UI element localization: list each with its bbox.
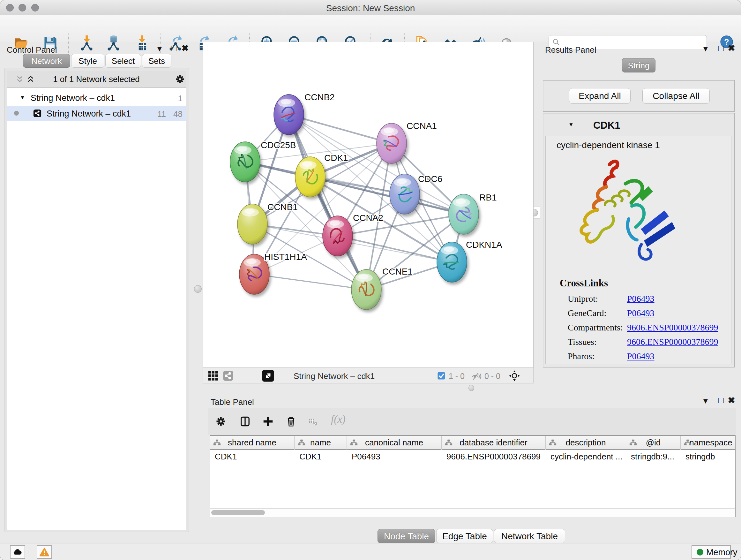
table-cell: stringdb:9...: [626, 449, 681, 463]
grid-view-icon[interactable]: [207, 370, 219, 381]
network-view-toolbar: String Network – cdk1 1 - 0 0 - 0: [203, 368, 534, 383]
table-panel-float-icon[interactable]: □: [716, 395, 726, 406]
tree-expand-icon[interactable]: ▼: [20, 95, 25, 101]
network-node-CCNE1[interactable]: CCNE1: [351, 266, 413, 310]
network-node-CCNA2[interactable]: CCNA2: [323, 213, 383, 256]
table-panel-collapse-icon[interactable]: ▼: [700, 396, 711, 406]
network-tree-row-selected[interactable]: String Network – cdk1 11 48: [7, 106, 186, 121]
column-header-canonical-name[interactable]: canonical name: [347, 436, 442, 449]
memory-button[interactable]: Memory: [691, 545, 731, 559]
warning-button[interactable]: [37, 545, 52, 559]
expand-all-button[interactable]: Expand All: [569, 88, 630, 104]
import-network-file-icon[interactable]: [78, 35, 95, 51]
warning-icon: [37, 554, 51, 559]
column-header-database-identifier[interactable]: database identifier: [442, 436, 546, 449]
network-node-CCNB1[interactable]: CCNB1: [238, 202, 298, 244]
table-panel-close-icon[interactable]: ✖: [726, 395, 737, 406]
network-tree-root-row[interactable]: ▼ String Network – cdk1 1: [7, 90, 186, 106]
hidden-count: 0 - 0: [484, 372, 500, 381]
node-label: RB1: [479, 192, 496, 202]
column-label: shared name: [210, 436, 294, 449]
function-builder-icon: f(x): [331, 414, 346, 425]
network-canvas[interactable]: CCNB2CCNA1CDC25BCDK1CDC6RB1CCNB1CCNA2CDK…: [203, 42, 534, 368]
network-edge: [338, 236, 452, 262]
tab-select[interactable]: Select: [105, 54, 141, 68]
selected-count: 1 - 0: [449, 372, 465, 381]
network-node-CDK1[interactable]: CDK1: [295, 153, 348, 197]
tab-network-table[interactable]: Network Table: [494, 529, 565, 543]
column-header-description[interactable]: description: [546, 436, 626, 449]
network-tree: ▼ String Network – cdk1 1 String Network…: [7, 87, 186, 530]
scrollbar-thumb[interactable]: [211, 510, 265, 515]
crosslink-row: Uniprot:P06493: [568, 292, 727, 306]
table-cell: CDK1: [294, 449, 347, 463]
section-collapse-icon[interactable]: ▼: [568, 122, 574, 128]
attribute-icon: [684, 439, 691, 447]
edge-count: 48: [166, 109, 183, 119]
network-node-RB1[interactable]: RB1: [449, 192, 496, 234]
selected-checkbox-icon[interactable]: [437, 372, 446, 380]
crosslink-link[interactable]: P06493: [627, 308, 655, 318]
collapse-all-button[interactable]: Collapse All: [643, 88, 710, 104]
insert-column-icon[interactable]: [239, 415, 251, 428]
crosslink-link[interactable]: 9606.ENSP00000378699: [627, 337, 718, 347]
column-header-@id[interactable]: @id: [626, 436, 681, 449]
table-cell: P06493: [347, 449, 442, 463]
control-panel-close-icon[interactable]: ✖: [180, 43, 191, 53]
delete-icon[interactable]: [285, 415, 297, 428]
cloud-button[interactable]: [10, 545, 25, 559]
tab-node-table[interactable]: Node Table: [378, 529, 435, 543]
tab-style[interactable]: Style: [71, 54, 105, 68]
import-table-file-icon[interactable]: [134, 35, 150, 51]
tab-edge-table[interactable]: Edge Table: [436, 529, 493, 543]
column-header-shared-name[interactable]: shared name: [210, 436, 294, 449]
network-node-CDKN1A[interactable]: CDKN1A: [437, 240, 502, 282]
tab-sets[interactable]: Sets: [142, 54, 172, 68]
left-splitter-handle[interactable]: [194, 285, 202, 293]
table-header: shared namenamecanonical namedatabase id…: [210, 436, 735, 449]
horizontal-scrollbar[interactable]: [210, 508, 735, 517]
table-row[interactable]: CDK1CDK1P064939606.ENSP00000378699cyclin…: [210, 449, 735, 463]
column-label: database identifier: [442, 436, 545, 449]
crosshair-icon[interactable]: [509, 370, 520, 381]
crosslink-link[interactable]: 9606.ENSP00000378699: [627, 322, 718, 333]
crosslink-label: Tissues:: [568, 337, 627, 347]
network-share-icon[interactable]: [223, 370, 233, 381]
network-node-HIST1H1A[interactable]: HIST1H1A: [239, 252, 307, 294]
crosslink-link[interactable]: P06493: [627, 294, 655, 304]
node-label: CCNE1: [382, 266, 413, 276]
add-row-icon[interactable]: [262, 415, 274, 428]
control-panel-float-icon[interactable]: □: [169, 43, 180, 53]
table-panel-title: Table Panel: [211, 397, 254, 407]
gene-description: cyclin-dependent kinase 1: [556, 140, 660, 150]
crosslink-row: GeneCard:P06493: [568, 306, 727, 320]
network-selection-status: 1 of 1 Network selected: [7, 74, 186, 84]
network-node-CDC6[interactable]: CDC6: [390, 174, 442, 214]
results-panel-title: Results Panel: [545, 45, 596, 55]
birdseye-view-icon[interactable]: [262, 369, 274, 382]
crosslink-label: Compartments:: [568, 322, 627, 333]
network-node-CCNA1[interactable]: CCNA1: [377, 121, 437, 164]
node-count: 11: [144, 109, 166, 119]
results-panel-float-icon[interactable]: □: [716, 43, 726, 53]
table-cell: 9606.ENSP00000378699: [442, 449, 546, 463]
import-network-database-icon[interactable]: [105, 35, 122, 51]
control-panel-title: Control Panel: [7, 45, 57, 55]
tab-string[interactable]: String: [622, 58, 656, 72]
bottom-splitter-handle[interactable]: [468, 385, 474, 391]
gear-icon[interactable]: [215, 415, 227, 428]
column-header-name[interactable]: name: [294, 436, 347, 449]
results-panel-close-icon[interactable]: ✖: [726, 43, 737, 53]
attribute-icon: [629, 439, 637, 447]
network-view-title: String Network – cdk1: [293, 371, 375, 381]
node-label: CDKN1A: [466, 240, 502, 250]
gear-icon[interactable]: [175, 74, 185, 84]
results-panel-collapse-icon[interactable]: ▼: [700, 44, 711, 53]
node-label: CDC25B: [261, 140, 296, 150]
hidden-eye-icon[interactable]: [471, 371, 482, 381]
tab-network[interactable]: Network: [23, 54, 70, 68]
crosslink-row: Tissues:9606.ENSP00000378699: [568, 334, 727, 349]
column-header-namespace[interactable]: namespace: [681, 436, 736, 449]
control-panel-collapse-icon[interactable]: ▼: [154, 44, 165, 53]
crosslink-link[interactable]: P06493: [627, 351, 655, 361]
